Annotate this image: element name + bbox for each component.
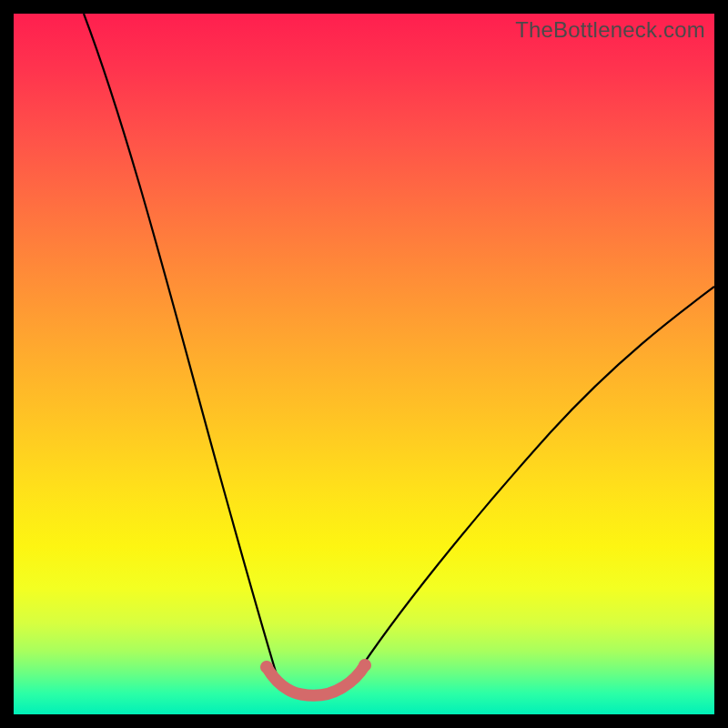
curve-layer [14, 14, 714, 714]
trough-highlight [267, 665, 365, 695]
chart-frame: TheBottleneck.com [0, 0, 728, 728]
right-curve [354, 287, 714, 678]
trough-highlight-dot-left [260, 661, 273, 673]
plot-area: TheBottleneck.com [14, 14, 714, 714]
trough-highlight-dot-right [359, 659, 371, 672]
left-curve [84, 14, 278, 678]
